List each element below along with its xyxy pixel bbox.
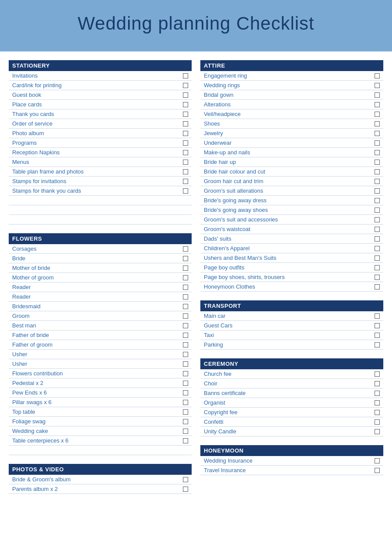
checkbox[interactable]	[183, 246, 188, 252]
list-item	[9, 215, 192, 225]
checkbox[interactable]	[183, 409, 188, 415]
list-item: Alterations	[200, 100, 383, 109]
list-item: Travel Insurance	[200, 466, 383, 475]
checkbox[interactable]	[375, 468, 380, 473]
checkbox[interactable]	[183, 83, 188, 88]
checkbox[interactable]	[183, 361, 188, 367]
checkbox[interactable]	[183, 371, 188, 376]
list-item: Parking	[200, 340, 383, 350]
list-item: Church fee	[200, 369, 383, 379]
checkbox[interactable]	[183, 285, 188, 290]
checkbox[interactable]	[183, 323, 188, 328]
checkbox[interactable]	[375, 227, 380, 232]
checkbox[interactable]	[183, 352, 188, 357]
checkbox[interactable]	[375, 342, 380, 347]
checkbox[interactable]	[183, 304, 188, 309]
right-column: ATTIRE Engagement ringWedding ringsBrida…	[200, 60, 383, 503]
list-item: Groom hair cut and trim	[200, 177, 383, 186]
list-item: Order of service	[9, 119, 192, 129]
checkbox[interactable]	[183, 160, 188, 165]
list-item: Corsages	[9, 244, 192, 254]
checkbox[interactable]	[183, 275, 188, 280]
checkbox[interactable]	[375, 217, 380, 222]
checkbox[interactable]	[183, 419, 188, 424]
list-item: Card/ink for printing	[9, 81, 192, 90]
checkbox[interactable]	[183, 102, 188, 107]
checkbox[interactable]	[375, 121, 380, 126]
checkbox[interactable]	[375, 419, 380, 425]
checkbox[interactable]	[375, 284, 380, 289]
checkbox[interactable]	[375, 112, 380, 117]
checkbox[interactable]	[375, 140, 380, 146]
checkbox[interactable]	[183, 487, 188, 492]
list-item: Best man	[9, 321, 192, 330]
checkbox[interactable]	[183, 169, 188, 174]
checkbox[interactable]	[375, 323, 380, 328]
section-honeymoon: HONEYMOON Wedding InsuranceTravel Insura…	[200, 445, 383, 475]
list-item: Stamps for invitations	[9, 177, 192, 186]
checkbox[interactable]	[183, 390, 188, 395]
list-item: Foliage swag	[9, 417, 192, 426]
checkbox[interactable]	[183, 188, 188, 194]
checkbox[interactable]	[375, 188, 380, 194]
list-item: Jewelry	[200, 129, 383, 138]
checkbox[interactable]	[183, 121, 188, 126]
checkbox[interactable]	[375, 313, 380, 319]
list-item: Veil/headpiece	[200, 109, 383, 119]
page-title: Wedding planning Checklist	[9, 13, 383, 34]
checkbox[interactable]	[183, 333, 188, 338]
checkbox[interactable]	[375, 333, 380, 338]
checkbox[interactable]	[375, 400, 380, 405]
checkbox[interactable]	[183, 438, 188, 443]
checkbox[interactable]	[375, 179, 380, 184]
checkbox[interactable]	[183, 381, 188, 386]
checkbox[interactable]	[375, 150, 380, 155]
checkbox[interactable]	[183, 150, 188, 155]
checkbox[interactable]	[375, 169, 380, 174]
checkbox[interactable]	[183, 92, 188, 98]
checkbox[interactable]	[375, 83, 380, 88]
checkbox[interactable]	[375, 255, 380, 261]
checkbox[interactable]	[183, 266, 188, 271]
checkbox[interactable]	[375, 265, 380, 270]
checkbox[interactable]	[375, 391, 380, 396]
checkbox[interactable]	[183, 73, 188, 78]
list-item: Main car	[200, 311, 383, 321]
checkbox[interactable]	[375, 429, 380, 434]
list-item: Table plan frame and photos	[9, 167, 192, 177]
checkbox[interactable]	[183, 294, 188, 300]
checkbox[interactable]	[375, 458, 380, 463]
checkbox[interactable]	[183, 112, 188, 117]
checkbox[interactable]	[375, 102, 380, 107]
checkbox[interactable]	[183, 140, 188, 146]
checkbox[interactable]	[375, 73, 380, 78]
flowers-header: FLOWERS	[9, 233, 192, 244]
checkbox[interactable]	[183, 256, 188, 261]
checkbox[interactable]	[375, 92, 380, 98]
checkbox[interactable]	[375, 236, 380, 242]
checkbox[interactable]	[375, 198, 380, 203]
list-item: Shoes	[200, 119, 383, 129]
list-item: Page boy outfits	[200, 263, 383, 272]
checkbox[interactable]	[375, 160, 380, 165]
checkbox[interactable]	[183, 313, 188, 319]
checkbox[interactable]	[375, 208, 380, 213]
checkbox[interactable]	[183, 429, 188, 434]
list-item: Taxi	[200, 330, 383, 340]
checkbox[interactable]	[183, 477, 188, 482]
checkbox[interactable]	[183, 131, 188, 136]
list-item: Guest book	[9, 90, 192, 100]
checkbox[interactable]	[183, 342, 188, 347]
checkbox[interactable]	[375, 371, 380, 377]
checkbox[interactable]	[375, 246, 380, 251]
section-flowers: FLOWERS CorsagesBrideMother of brideMoth…	[9, 233, 192, 455]
checkbox[interactable]	[375, 131, 380, 136]
checkbox[interactable]	[183, 179, 188, 184]
list-item: Bride & Groom's album	[9, 475, 192, 484]
checkbox[interactable]	[375, 275, 380, 280]
checkbox[interactable]	[183, 400, 188, 405]
checkbox[interactable]	[375, 410, 380, 415]
list-item: Pedestal x 2	[9, 378, 192, 388]
checkbox[interactable]	[375, 381, 380, 386]
stationery-header: STATIONERY	[9, 60, 192, 71]
